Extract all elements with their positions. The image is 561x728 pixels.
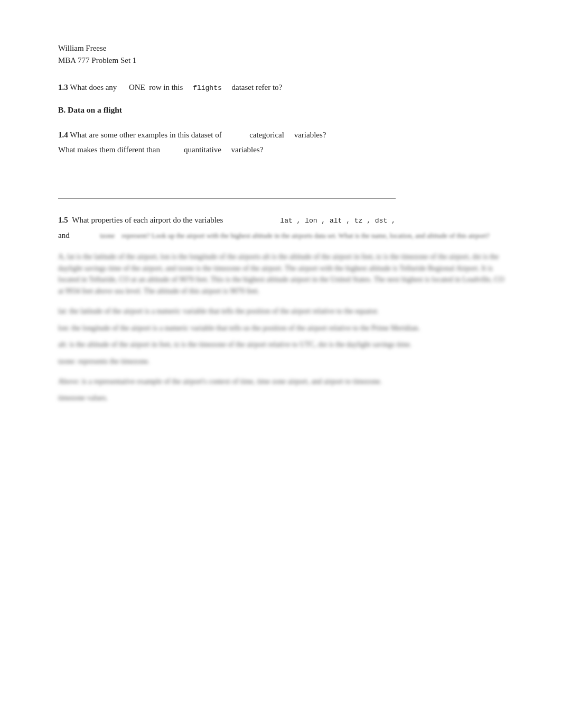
q15-and: and [58, 231, 70, 239]
q15-tzone-blurred: tzone represent? Look up the airport wit… [100, 232, 490, 239]
q14-line2-before: What makes them different than [58, 145, 160, 154]
answer-13-text: B. Data on a flight [58, 104, 508, 117]
author-block: William Freese MBA 777 Problem Set 1 [58, 42, 508, 66]
q15-answer-p7: timezone values. [58, 392, 508, 404]
question-15-line1: 1.5 What properties of each airport do t… [58, 214, 508, 227]
question-13-block: 1.3 What does any ONE row in this flight… [58, 81, 508, 94]
q13-number: 1.3 [58, 83, 68, 91]
q14-line1-before: What are some other examples in this dat… [70, 131, 221, 139]
q15-answer-p1: A, lat is the latitude of the airport, l… [58, 251, 508, 297]
course-name: MBA 777 Problem Set 1 [58, 54, 508, 67]
q13-text-before: What does any [70, 83, 117, 91]
q13-text-after: dataset refer to? [231, 83, 282, 91]
q15-answer-blurred-1: A, lat is the latitude of the airport, l… [58, 251, 508, 297]
q15-answer-p4: alt: is the altitude of the airport in f… [58, 339, 508, 351]
section-divider [58, 198, 396, 199]
q15-text-before: What properties of each airport do the v… [70, 214, 223, 227]
q15-answer-p2: lat: the latitude of the airport is a nu… [58, 306, 508, 317]
question-14-line1: 1.4 What are some other examples in this… [58, 128, 508, 141]
q15-answer-blurred-2: lat: the latitude of the airport is a nu… [58, 306, 508, 367]
question-13-text: 1.3 What does any ONE row in this flight… [58, 81, 508, 94]
q14-variables2: variables? [231, 145, 264, 154]
q14-number: 1.4 [58, 131, 68, 139]
q15-number: 1.5 [58, 214, 68, 227]
q15-answer-blurred-3: Above: is a representative example of th… [58, 376, 508, 404]
question-15-block: 1.5 What properties of each airport do t… [58, 214, 508, 242]
answer-13-block: B. Data on a flight [58, 104, 508, 117]
q14-categorical: categorical [249, 131, 284, 139]
question-15-line2: and tzone represent? Look up the airport… [58, 229, 508, 242]
q14-quantitative: quantitative [184, 145, 221, 154]
q15-answer-p5: tzone: represents the timezone. [58, 356, 508, 367]
question-14-block: 1.4 What are some other examples in this… [58, 128, 508, 156]
q15-vars: lat , lon , alt , tz , dst , [280, 215, 395, 227]
author-name: William Freese [58, 42, 508, 54]
q14-variables1: variables? [294, 131, 326, 139]
q13-text-middle: ONE row in this [129, 83, 183, 91]
q15-answer-p6: Above: is a representative example of th… [58, 376, 508, 388]
q15-answer-p3: lon: the longitude of the airport is a n… [58, 322, 508, 334]
q13-dataset: flights [193, 84, 222, 92]
question-14-line2: What makes them different than quantitat… [58, 143, 508, 156]
